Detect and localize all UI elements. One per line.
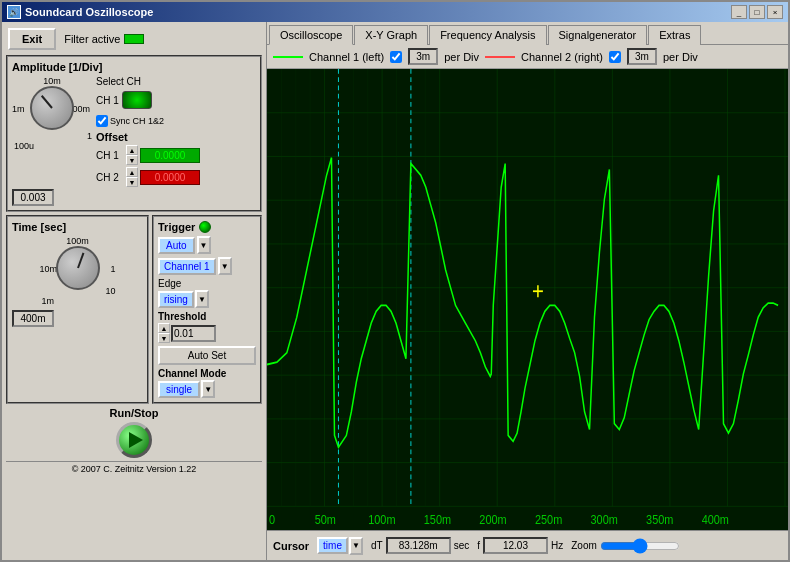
svg-text:100m: 100m (368, 512, 395, 527)
svg-text:350m: 350m (646, 512, 673, 527)
time-label-bottom: 1m (42, 296, 55, 306)
f-label: f (477, 540, 480, 551)
ch2-checkbox[interactable] (609, 51, 621, 63)
svg-text:300m: 300m (591, 512, 618, 527)
amplitude-title: Amplitude [1/Div] (12, 61, 256, 73)
run-button[interactable] (116, 422, 152, 458)
amp-label-bottomleft: 100u (14, 141, 34, 151)
ch1-offset-input[interactable] (140, 148, 200, 163)
offset-label: Offset (96, 131, 128, 143)
time-label-left: 10m (40, 264, 58, 274)
time-knob-indicator (77, 253, 84, 269)
ch2-offset-label: CH 2 (96, 172, 124, 183)
ch1-row: CH 1 (96, 89, 152, 111)
sync-checkbox[interactable] (96, 115, 108, 127)
run-stop-label: Run/Stop (110, 407, 159, 419)
scope-screen[interactable]: 0 50m 100m 150m 200m 250m 300m 350m 400m… (267, 69, 788, 530)
f-input[interactable] (483, 537, 548, 554)
ch1-trigger-dropdown[interactable]: ▼ (218, 257, 232, 275)
amplitude-value-input[interactable] (12, 189, 54, 206)
edge-section: Edge rising ▼ (158, 278, 256, 308)
time-select: time ▼ (317, 537, 363, 555)
time-knob[interactable]: 100m 10m 1 1m 10 (40, 236, 116, 306)
autoset-button[interactable]: Auto Set (158, 346, 256, 365)
threshold-input[interactable] (171, 325, 216, 342)
ch2-offset-down[interactable]: ▼ (126, 177, 138, 187)
app-icon: 🔊 (7, 5, 21, 19)
ch1-offset-label: CH 1 (96, 150, 124, 161)
ch2-per-div-input[interactable] (627, 48, 657, 65)
select-ch-label: Select CH (96, 76, 141, 87)
threshold-up[interactable]: ▲ (158, 323, 170, 333)
amp-label-left: 1m (12, 104, 25, 114)
auto-trigger-button[interactable]: Auto (158, 237, 195, 254)
svg-rect-0 (267, 69, 788, 530)
single-dropdown[interactable]: ▼ (201, 380, 215, 398)
time-mode-button[interactable]: time (317, 537, 348, 554)
time-knob-circle[interactable] (56, 246, 100, 290)
bottom-bar: Cursor time ▼ dT sec f Hz Zoom (267, 530, 788, 560)
rising-dropdown[interactable]: ▼ (195, 290, 209, 308)
ch2-offset-up[interactable]: ▲ (126, 167, 138, 177)
rising-button[interactable]: rising (158, 291, 194, 308)
tab-oscilloscope[interactable]: Oscilloscope (269, 25, 353, 45)
auto-trigger-dropdown[interactable]: ▼ (197, 236, 211, 254)
channel-trigger-row: Channel 1 ▼ (158, 257, 256, 275)
zoom-label: Zoom (571, 540, 597, 551)
svg-text:250m: 250m (535, 512, 562, 527)
amp-label-top: 10m (43, 76, 61, 86)
ch1-per-div-input[interactable] (408, 48, 438, 65)
trigger-label: Trigger (158, 221, 195, 233)
single-button[interactable]: single (158, 381, 200, 398)
run-stop-panel: Run/Stop (6, 407, 262, 458)
filter-active-indicator: Filter active (64, 33, 144, 45)
svg-text:200m: 200m (479, 512, 506, 527)
ch1-label: CH 1 (96, 95, 119, 106)
time-mode-dropdown[interactable]: ▼ (349, 537, 363, 555)
maximize-button[interactable]: □ (749, 5, 765, 19)
close-button[interactable]: × (767, 5, 783, 19)
threshold-section: Threshold ▲ ▼ (158, 311, 256, 343)
dt-field: dT sec (371, 537, 469, 554)
ch2-offset-input[interactable] (140, 170, 200, 185)
threshold-row: ▲ ▼ (158, 323, 256, 343)
svg-text:0: 0 (269, 512, 275, 527)
sync-row[interactable]: Sync CH 1&2 (96, 115, 164, 127)
ch1-offset-down[interactable]: ▼ (126, 155, 138, 165)
ch2-line (485, 56, 515, 58)
tabs-bar: Oscilloscope X-Y Graph Frequency Analysi… (267, 22, 788, 45)
trigger-title-row: Trigger (158, 221, 256, 233)
sync-label: Sync CH 1&2 (110, 116, 164, 126)
edge-label: Edge (158, 278, 256, 289)
f-unit: Hz (551, 540, 563, 551)
minimize-button[interactable]: _ (731, 5, 747, 19)
svg-text:50m: 50m (315, 512, 336, 527)
dt-input[interactable] (386, 537, 451, 554)
tab-extras[interactable]: Extras (648, 25, 701, 45)
auto-trigger-row: Auto ▼ (158, 236, 256, 254)
zoom-slider[interactable] (600, 538, 680, 554)
exit-button[interactable]: Exit (8, 28, 56, 50)
tab-signalgenerator[interactable]: Signalgenerator (548, 25, 648, 45)
time-value-input[interactable] (12, 310, 54, 327)
play-icon (129, 432, 143, 448)
left-panel: Exit Filter active Amplitude [1/Div] 10m… (2, 22, 267, 560)
tab-xy-graph[interactable]: X-Y Graph (354, 25, 428, 45)
amplitude-knob[interactable]: 10m 1m 100m 100u 1 (12, 76, 92, 151)
amplitude-knob-circle[interactable] (30, 86, 74, 130)
time-panel: Time [sec] 100m 10m 1 1m 10 (6, 215, 149, 404)
threshold-down[interactable]: ▼ (158, 333, 170, 343)
window-title: Soundcard Oszilloscope (25, 6, 153, 18)
ch1-offset-up[interactable]: ▲ (126, 145, 138, 155)
ch1-checkbox[interactable] (390, 51, 402, 63)
time-trigger-row: Time [sec] 100m 10m 1 1m 10 (6, 215, 262, 404)
ch1-per-div-unit: per Div (444, 51, 479, 63)
dt-label: dT (371, 540, 383, 551)
threshold-label: Threshold (158, 311, 256, 322)
channel-mode-label: Channel Mode (158, 368, 256, 379)
ch2-channel-label: Channel 2 (right) (521, 51, 603, 63)
window-controls[interactable]: _ □ × (731, 5, 783, 19)
zoom-field: Zoom (571, 538, 680, 554)
tab-frequency-analysis[interactable]: Frequency Analysis (429, 25, 546, 45)
ch1-trigger-button[interactable]: Channel 1 (158, 258, 216, 275)
